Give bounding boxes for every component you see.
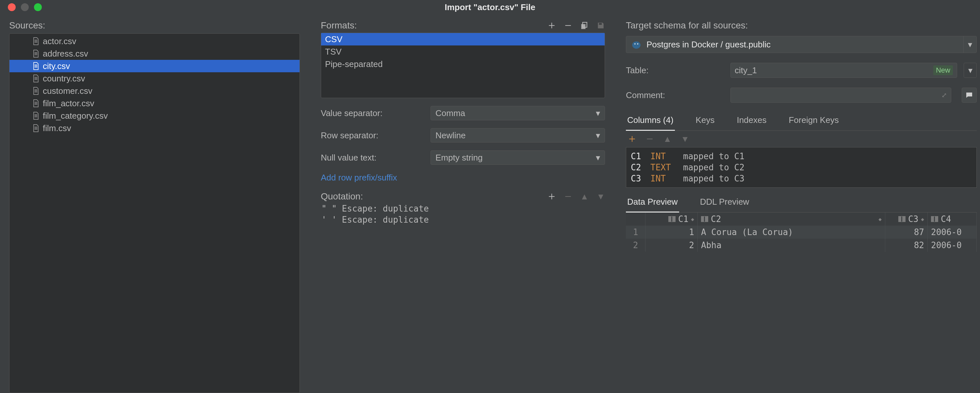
cell-c1[interactable]: 2 [646,239,698,252]
source-item[interactable]: customer.csv [10,85,299,97]
comment-input[interactable]: ⤢ [730,88,951,103]
cell-c3[interactable]: 87 [885,225,928,239]
move-up-icon: ▲ [580,192,589,201]
grid-header-c2[interactable]: C2◆ [698,212,885,225]
source-item[interactable]: film_category.csv [10,110,299,122]
tab-foreign-keys[interactable]: Foreign Keys [787,112,840,131]
grid-header-c3[interactable]: C3◆ [885,212,928,225]
format-item[interactable]: TSV [321,45,605,58]
quotation-item[interactable]: ' ' Escape: duplicate [321,214,605,225]
value-separator-select[interactable]: Comma ▾ [431,106,605,120]
remove-format-icon[interactable] [564,21,572,30]
column-mapping-row[interactable]: C3INTmapped to C3 [631,173,972,184]
svg-point-34 [635,43,635,45]
tab-ddl-preview[interactable]: DDL Preview [699,194,751,212]
tab-data-preview[interactable]: Data Preview [626,194,679,212]
quotation-list: " " Escape: duplicate' ' Escape: duplica… [321,203,605,225]
source-file-name: film_actor.csv [43,98,94,109]
value-separator-label: Value separator: [321,108,425,118]
comment-dialog-button[interactable] [962,88,977,103]
row-number: 2 [626,239,646,252]
postgres-icon [631,39,642,50]
remove-column-icon [646,135,654,143]
add-quotation-icon[interactable] [547,192,556,201]
tab-keys[interactable]: Keys [695,112,716,131]
column-type: INT [651,152,683,161]
source-item[interactable]: film_actor.csv [10,97,299,110]
svg-rect-28 [581,24,585,29]
sources-list: actor.csvaddress.csvcity.csvcountry.csvc… [9,34,300,393]
target-schema-select[interactable]: Postgres in Docker / guest.public ▾ [626,36,977,53]
move-down-icon: ▼ [597,192,605,201]
column-mapping: mapped to C1 [683,152,745,161]
window-title: Import "actor.csv" File [0,2,980,13]
source-item[interactable]: city.csv [10,60,299,72]
source-item[interactable]: film.csv [10,122,299,134]
cell-c2[interactable]: Abha [698,239,885,252]
cell-c3[interactable]: 82 [885,239,928,252]
null-value-select[interactable]: Empty string ▾ [431,150,605,165]
add-format-icon[interactable] [547,21,556,30]
table-new-badge: New [933,66,953,75]
column-icon [701,216,708,222]
add-column-icon[interactable] [628,135,636,143]
file-icon [32,75,40,82]
grid-row[interactable]: 11A Corua (La Corua)872006-0 [626,225,977,239]
grid-corner [626,212,646,225]
quotation-item[interactable]: " " Escape: duplicate [321,203,605,214]
file-icon [32,99,40,107]
sources-label: Sources: [9,20,300,31]
data-preview-grid: C1◆ C2◆ C3◆ C4 11A Corua (La Corua)87200… [626,212,977,252]
window-controls [8,3,42,11]
column-icon [668,216,676,222]
grid-header-c4[interactable]: C4 [928,212,977,225]
target-schema-chevron[interactable]: ▾ [963,36,977,53]
source-file-name: address.csv [43,49,88,59]
cell-c1[interactable]: 1 [646,225,698,239]
column-mapping: mapped to C2 [683,163,745,172]
column-mapping: mapped to C3 [683,174,745,184]
source-file-name: city.csv [43,61,70,71]
source-item[interactable]: country.csv [10,72,299,85]
sort-icon: ◆ [691,216,694,222]
source-item[interactable]: actor.csv [10,35,299,47]
maximize-window-button[interactable] [34,3,42,11]
table-name-input[interactable]: city_1 New [730,63,957,78]
copy-format-icon[interactable] [580,21,589,30]
grid-header-c1[interactable]: C1◆ [646,212,698,225]
cell-c4[interactable]: 2006-0 [928,239,977,252]
titlebar: Import "actor.csv" File [0,0,980,14]
expand-icon[interactable]: ⤢ [942,91,947,99]
column-up-icon: ▲ [663,135,671,143]
source-file-name: film_category.csv [43,111,108,121]
svg-point-35 [637,43,638,45]
row-number: 1 [626,225,646,239]
add-row-prefix-suffix-link[interactable]: Add row prefix/suffix [321,173,605,183]
grid-row[interactable]: 22Abha822006-0 [626,239,977,252]
format-item[interactable]: CSV [321,33,605,45]
format-item[interactable]: Pipe-separated [321,58,605,70]
tab-columns-4-[interactable]: Columns (4) [626,112,675,131]
table-label: Table: [626,66,724,75]
row-separator-value: Newline [436,131,466,141]
source-item[interactable]: address.csv [10,47,299,60]
formats-list: CSVTSVPipe-separated [321,33,605,98]
preview-tabs: Data PreviewDDL Preview [626,194,977,212]
formats-label: Formats: [321,20,357,31]
column-type: INT [651,174,683,184]
sort-icon: ◆ [921,216,924,222]
null-value-value: Empty string [436,153,483,163]
cell-c4[interactable]: 2006-0 [928,225,977,239]
cell-c2[interactable]: A Corua (La Corua) [698,225,885,239]
tab-indexes[interactable]: Indexes [735,112,768,131]
table-history-button[interactable]: ▾ [964,63,977,78]
column-mapping-row[interactable]: C2TEXTmapped to C2 [631,162,972,173]
minimize-window-button[interactable] [21,3,29,11]
close-window-button[interactable] [8,3,16,11]
column-mapping-row[interactable]: C1INTmapped to C1 [631,151,972,162]
column-mapping-list: C1INTmapped to C1C2TEXTmapped to C2C3INT… [626,147,977,188]
column-down-icon: ▼ [681,135,689,143]
column-tabs: Columns (4)KeysIndexesForeign Keys [626,112,977,131]
row-separator-select[interactable]: Newline ▾ [431,128,605,142]
file-icon [32,50,40,58]
